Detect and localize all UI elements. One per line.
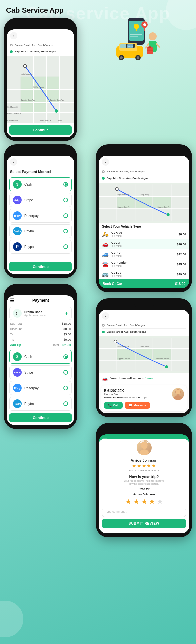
subtotal-val: $18.00 <box>62 322 71 325</box>
menu-icon[interactable]: ☰ <box>10 298 14 303</box>
svg-rect-48 <box>148 46 151 48</box>
svg-text:Cal Ag Trading: Cal Ag Trading <box>33 86 44 88</box>
pm-cash-radio[interactable] <box>63 182 68 187</box>
svg-line-46 <box>157 44 159 47</box>
vehicle-gocar[interactable]: 🚗 GoCar 4-7 mins $18.00 <box>99 239 189 249</box>
star-5: ★ <box>152 463 156 468</box>
vs-header: ‹ <box>99 156 189 167</box>
right-column: ‹ Palace Estate Ave, South Vegas Sapphir… <box>96 144 192 537</box>
book-btn[interactable]: Book GoCar $18.00 <box>99 279 189 288</box>
star-1: ★ <box>132 463 136 468</box>
big-star-2[interactable]: ★ <box>133 497 140 506</box>
ps-paytm-label: Paytm <box>24 402 63 406</box>
ps-stripe-row[interactable]: stripe Stripe <box>9 365 72 379</box>
rate-name: Arries Johnson <box>99 493 189 496</box>
phone-payment-method: ‹ Select Payment Method $ Cash stripe St… <box>4 144 77 278</box>
tip-row: Tip $0.00 <box>7 337 74 342</box>
svg-text:Miami Peaks St: Miami Peaks St <box>40 119 51 121</box>
trip-question: How is your trip? <box>99 475 189 479</box>
back-button-vs[interactable]: ‹ <box>102 158 109 166</box>
ps-razorpay-radio[interactable] <box>63 386 68 390</box>
subtotal-row: Sub Total $18.00 <box>7 321 74 326</box>
pm-razorpay-label: Razorpay <box>24 214 63 218</box>
svg-point-40 <box>137 56 139 59</box>
promo-text: Promo Code Apply promo code <box>24 310 65 317</box>
pm-razorpay-radio[interactable] <box>63 213 68 218</box>
vs-origin-text: Palace Estate Ave, South Vegas <box>107 170 145 173</box>
continue-btn-1[interactable]: Continue <box>9 125 72 135</box>
call-btn[interactable]: 📞 Call <box>104 402 123 409</box>
phone-notch-3 <box>31 148 50 154</box>
da-dest-dot <box>102 331 105 333</box>
gopro-time: 4-7 mins <box>111 254 177 257</box>
big-star-3[interactable]: ★ <box>141 497 147 506</box>
payment-summary-header: ☰ Payment <box>7 295 74 305</box>
pm-paypal-radio[interactable] <box>63 244 68 249</box>
svg-point-18 <box>55 109 58 113</box>
ps-paytm-radio[interactable] <box>63 401 68 406</box>
vehicle-goride[interactable]: 🛵 GoRide 4-7 mins $8.00 <box>99 230 189 239</box>
gobus-name: GoBus <box>111 271 177 274</box>
gobus-price: $29.00 <box>177 273 186 276</box>
goride-icon: 🛵 <box>102 231 109 237</box>
pm-paytm-radio[interactable] <box>63 229 68 233</box>
gopremium-time: 4-7 mins <box>111 264 177 267</box>
discount-val: $0.00 <box>63 327 71 331</box>
gopremium-info: GoPremium 4-7 mins <box>111 261 177 267</box>
vs-dest-dot <box>102 177 105 180</box>
svg-point-79 <box>165 365 168 368</box>
back-button-da[interactable]: ‹ <box>102 312 109 320</box>
payment-summary-title: Payment <box>32 298 49 303</box>
svg-rect-9 <box>21 77 33 89</box>
svg-rect-16 <box>34 103 46 112</box>
pm-paytm-label: Paytm <box>24 230 63 233</box>
big-star-5[interactable]: ★ <box>157 497 163 506</box>
call-label: Call <box>113 404 119 407</box>
promo-code-row[interactable]: 🏷 Promo Code Apply promo code + <box>9 307 72 320</box>
svg-text:Sapphire Cove Ave: Sapphire Cove Ave <box>21 99 35 101</box>
gobus-icon: 🚌 <box>102 271 109 277</box>
pm-razorpay-row[interactable]: R/pay Razorpay <box>9 209 72 223</box>
ps-cash-row[interactable]: $ Cash <box>9 350 72 364</box>
goride-price: $8.00 <box>178 233 186 236</box>
page-title: Cab Service App <box>0 0 196 18</box>
svg-point-87 <box>141 442 147 449</box>
message-btn[interactable]: 💬 Message <box>125 402 150 409</box>
pm-stripe-row[interactable]: stripe Stripe <box>9 193 72 207</box>
big-star-4[interactable]: ★ <box>149 497 155 506</box>
pm-paypal-row[interactable]: P Paypal <box>9 240 72 254</box>
paypal-icon: P <box>13 242 22 251</box>
ps-razorpay-row[interactable]: R/pay Razorpay <box>9 381 72 395</box>
pm-cash-row[interactable]: $ Cash <box>9 177 72 191</box>
ps-continue-btn[interactable]: Continue <box>9 413 72 422</box>
submit-review-btn[interactable]: SUBMIT REVIEW <box>102 519 186 528</box>
screen-review: ‹ Add Review Arrios Johnson <box>99 434 189 533</box>
pm-paytm-row[interactable]: Paytm Paytm <box>9 224 72 238</box>
svg-point-43 <box>149 32 157 40</box>
reviewer-car: B 61207 JEK Honda Jazz <box>99 469 189 472</box>
back-button-pm[interactable]: ‹ <box>10 158 17 166</box>
vehicle-gopremium[interactable]: 🚘 GoPremium 4-7 mins $25.00 <box>99 259 189 269</box>
back-button-review[interactable]: ‹ <box>101 438 109 445</box>
pm-continue-btn[interactable]: Continue <box>9 262 72 271</box>
comment-input[interactable]: Type comment... <box>102 508 186 517</box>
ps-cash-radio[interactable] <box>63 354 68 359</box>
big-star-1[interactable]: ★ <box>125 497 132 506</box>
rate-label: Rate for <box>99 487 189 491</box>
add-tip-link[interactable]: Add Tip <box>10 343 21 347</box>
back-button-1[interactable]: ‹ <box>10 32 17 39</box>
ps-paytm-row[interactable]: Paytm Paytm <box>9 397 72 411</box>
ps-stripe-radio[interactable] <box>63 370 68 375</box>
svg-point-62 <box>115 188 118 191</box>
svg-point-85 <box>174 395 182 400</box>
pm-stripe-radio[interactable] <box>63 198 68 202</box>
svg-point-86 <box>176 390 180 394</box>
reviewer-stars: ★ ★ ★ ★ ★ <box>99 463 189 468</box>
svg-point-63 <box>167 213 170 216</box>
vehicle-gopro[interactable]: 🚙 GoPro 4-7 mins $22.00 <box>99 249 189 259</box>
svg-text:Sapphire Cove Ave: Sapphire Cove Ave <box>117 358 130 360</box>
phone-payment-summary: ☰ Payment 🏷 Promo Code Apply promo code … <box>4 284 77 429</box>
vehicle-gobus[interactable]: 🚌 GoBus 4-7 mins $29.00 <box>99 269 189 279</box>
add-promo-icon[interactable]: + <box>65 310 68 316</box>
driver-name-text: Arries Johnson has done 136 Trips <box>104 396 147 399</box>
